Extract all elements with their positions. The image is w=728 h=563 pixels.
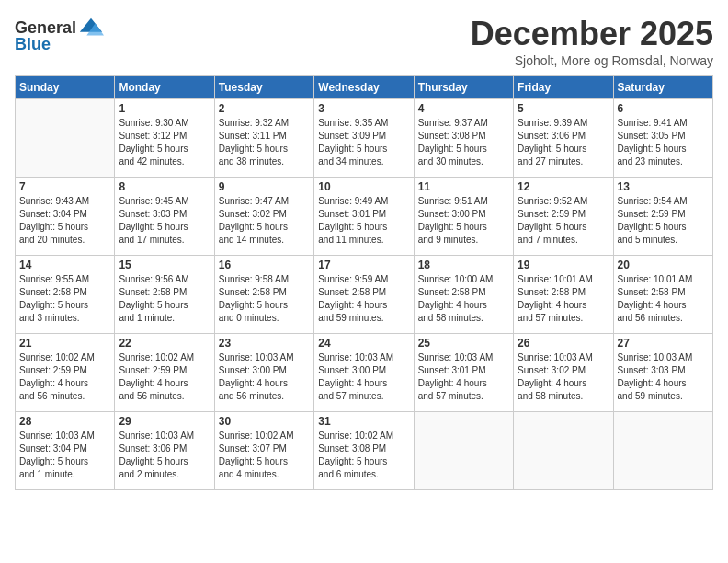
calendar-cell: 18Sunrise: 10:00 AMSunset: 2:58 PMDaylig… <box>414 256 513 334</box>
day-info: Sunrise: 10:03 AMSunset: 3:03 PMDaylight… <box>618 351 709 403</box>
week-row-1: 1Sunrise: 9:30 AMSunset: 3:12 PMDaylight… <box>16 99 713 178</box>
day-number: 9 <box>219 180 310 193</box>
day-number: 25 <box>418 337 509 350</box>
calendar-cell: 6Sunrise: 9:41 AMSunset: 3:05 PMDaylight… <box>613 99 712 178</box>
day-info: Sunrise: 9:51 AMSunset: 3:00 PMDaylight:… <box>418 195 509 247</box>
day-info: Sunrise: 9:41 AMSunset: 3:05 PMDaylight:… <box>618 117 709 168</box>
day-number: 28 <box>19 415 110 428</box>
calendar-cell: 7Sunrise: 9:43 AMSunset: 3:04 PMDaylight… <box>16 178 115 256</box>
weekday-header-monday: Monday <box>115 76 214 99</box>
day-number: 8 <box>119 180 210 193</box>
day-info: Sunrise: 9:58 AMSunset: 2:58 PMDaylight:… <box>219 273 310 325</box>
day-info: Sunrise: 9:55 AMSunset: 2:58 PMDaylight:… <box>19 273 110 325</box>
location-text: Sjoholt, More og Romsdal, Norway <box>471 53 713 68</box>
calendar-cell <box>16 99 115 178</box>
calendar-cell: 11Sunrise: 9:51 AMSunset: 3:00 PMDayligh… <box>414 178 513 256</box>
calendar-cell: 20Sunrise: 10:01 AMSunset: 2:58 PMDaylig… <box>613 256 712 334</box>
day-info: Sunrise: 9:37 AMSunset: 3:08 PMDaylight:… <box>418 117 509 168</box>
weekday-header-sunday: Sunday <box>16 76 115 99</box>
weekday-header-friday: Friday <box>514 76 613 99</box>
day-info: Sunrise: 9:49 AMSunset: 3:01 PMDaylight:… <box>318 195 409 247</box>
weekday-header-tuesday: Tuesday <box>214 76 313 99</box>
calendar-cell: 27Sunrise: 10:03 AMSunset: 3:03 PMDaylig… <box>613 334 712 412</box>
calendar-cell: 21Sunrise: 10:02 AMSunset: 2:59 PMDaylig… <box>16 334 115 412</box>
day-info: Sunrise: 10:00 AMSunset: 2:58 PMDaylight… <box>418 273 509 325</box>
calendar-cell: 8Sunrise: 9:45 AMSunset: 3:03 PMDaylight… <box>115 178 214 256</box>
day-info: Sunrise: 9:45 AMSunset: 3:03 PMDaylight:… <box>119 195 210 247</box>
calendar-cell: 14Sunrise: 9:55 AMSunset: 2:58 PMDayligh… <box>16 256 115 334</box>
weekday-header-row: SundayMondayTuesdayWednesdayThursdayFrid… <box>16 76 713 99</box>
day-info: Sunrise: 10:03 AMSunset: 3:02 PMDaylight… <box>518 351 609 403</box>
day-info: Sunrise: 10:03 AMSunset: 3:06 PMDaylight… <box>119 430 210 481</box>
calendar-cell <box>514 412 613 490</box>
calendar-cell: 3Sunrise: 9:35 AMSunset: 3:09 PMDaylight… <box>314 99 414 178</box>
day-info: Sunrise: 9:47 AMSunset: 3:02 PMDaylight:… <box>219 195 310 247</box>
calendar-cell: 4Sunrise: 9:37 AMSunset: 3:08 PMDaylight… <box>414 99 513 178</box>
day-number: 16 <box>219 259 310 271</box>
calendar-cell: 12Sunrise: 9:52 AMSunset: 2:59 PMDayligh… <box>514 178 613 256</box>
day-info: Sunrise: 9:56 AMSunset: 2:58 PMDaylight:… <box>119 273 210 325</box>
calendar-cell: 29Sunrise: 10:03 AMSunset: 3:06 PMDaylig… <box>115 412 214 490</box>
day-info: Sunrise: 9:30 AMSunset: 3:12 PMDaylight:… <box>119 117 210 168</box>
day-info: Sunrise: 9:39 AMSunset: 3:06 PMDaylight:… <box>518 117 609 168</box>
day-info: Sunrise: 9:43 AMSunset: 3:04 PMDaylight:… <box>19 195 110 247</box>
calendar-cell: 23Sunrise: 10:03 AMSunset: 3:00 PMDaylig… <box>214 334 313 412</box>
calendar-cell: 28Sunrise: 10:03 AMSunset: 3:04 PMDaylig… <box>16 412 115 490</box>
calendar-cell: 10Sunrise: 9:49 AMSunset: 3:01 PMDayligh… <box>314 178 414 256</box>
day-info: Sunrise: 9:52 AMSunset: 2:59 PMDaylight:… <box>518 195 609 247</box>
calendar-cell: 19Sunrise: 10:01 AMSunset: 2:58 PMDaylig… <box>514 256 613 334</box>
day-number: 12 <box>518 180 609 193</box>
weekday-header-thursday: Thursday <box>414 76 513 99</box>
page-header: General Blue December 2025 Sjoholt, More… <box>15 15 713 68</box>
month-title: December 2025 <box>471 15 713 53</box>
day-info: Sunrise: 10:02 AMSunset: 3:08 PMDaylight… <box>318 430 409 481</box>
calendar-cell: 31Sunrise: 10:02 AMSunset: 3:08 PMDaylig… <box>314 412 414 490</box>
day-number: 1 <box>119 102 210 115</box>
calendar-cell <box>613 412 712 490</box>
day-info: Sunrise: 10:03 AMSunset: 3:00 PMDaylight… <box>318 351 409 403</box>
day-info: Sunrise: 9:32 AMSunset: 3:11 PMDaylight:… <box>219 117 310 168</box>
calendar-cell: 1Sunrise: 9:30 AMSunset: 3:12 PMDaylight… <box>115 99 214 178</box>
day-info: Sunrise: 10:03 AMSunset: 3:01 PMDaylight… <box>418 351 509 403</box>
day-number: 15 <box>119 259 210 271</box>
day-info: Sunrise: 10:03 AMSunset: 3:04 PMDaylight… <box>19 430 110 481</box>
day-info: Sunrise: 10:02 AMSunset: 3:07 PMDaylight… <box>219 430 310 481</box>
day-number: 29 <box>119 415 210 428</box>
day-number: 30 <box>219 415 310 428</box>
day-number: 5 <box>518 102 609 115</box>
day-number: 24 <box>318 337 409 350</box>
day-info: Sunrise: 9:54 AMSunset: 2:59 PMDaylight:… <box>618 195 709 247</box>
weekday-header-wednesday: Wednesday <box>314 76 414 99</box>
day-number: 7 <box>19 180 110 193</box>
weekday-header-saturday: Saturday <box>613 76 712 99</box>
day-number: 21 <box>19 337 110 350</box>
week-row-2: 7Sunrise: 9:43 AMSunset: 3:04 PMDaylight… <box>16 178 713 256</box>
day-info: Sunrise: 9:59 AMSunset: 2:58 PMDaylight:… <box>318 273 409 325</box>
day-number: 10 <box>318 180 409 193</box>
logo: General Blue <box>15 15 104 54</box>
calendar-table: SundayMondayTuesdayWednesdayThursdayFrid… <box>15 75 713 490</box>
day-info: Sunrise: 10:01 AMSunset: 2:58 PMDaylight… <box>518 273 609 325</box>
day-number: 31 <box>318 415 409 428</box>
day-number: 19 <box>518 259 609 271</box>
logo-icon <box>78 15 104 40</box>
calendar-cell: 17Sunrise: 9:59 AMSunset: 2:58 PMDayligh… <box>314 256 414 334</box>
day-number: 4 <box>418 102 509 115</box>
calendar-cell: 30Sunrise: 10:02 AMSunset: 3:07 PMDaylig… <box>214 412 313 490</box>
day-number: 6 <box>618 102 709 115</box>
calendar-cell: 15Sunrise: 9:56 AMSunset: 2:58 PMDayligh… <box>115 256 214 334</box>
week-row-5: 28Sunrise: 10:03 AMSunset: 3:04 PMDaylig… <box>16 412 713 490</box>
day-number: 2 <box>219 102 310 115</box>
day-number: 26 <box>518 337 609 350</box>
calendar-cell: 24Sunrise: 10:03 AMSunset: 3:00 PMDaylig… <box>314 334 414 412</box>
day-number: 27 <box>618 337 709 350</box>
week-row-3: 14Sunrise: 9:55 AMSunset: 2:58 PMDayligh… <box>16 256 713 334</box>
calendar-cell: 5Sunrise: 9:39 AMSunset: 3:06 PMDaylight… <box>514 99 613 178</box>
calendar-cell: 13Sunrise: 9:54 AMSunset: 2:59 PMDayligh… <box>613 178 712 256</box>
day-number: 3 <box>318 102 409 115</box>
day-number: 17 <box>318 259 409 271</box>
day-number: 14 <box>19 259 110 271</box>
calendar-cell: 2Sunrise: 9:32 AMSunset: 3:11 PMDaylight… <box>214 99 313 178</box>
day-info: Sunrise: 9:35 AMSunset: 3:09 PMDaylight:… <box>318 117 409 168</box>
day-number: 20 <box>618 259 709 271</box>
